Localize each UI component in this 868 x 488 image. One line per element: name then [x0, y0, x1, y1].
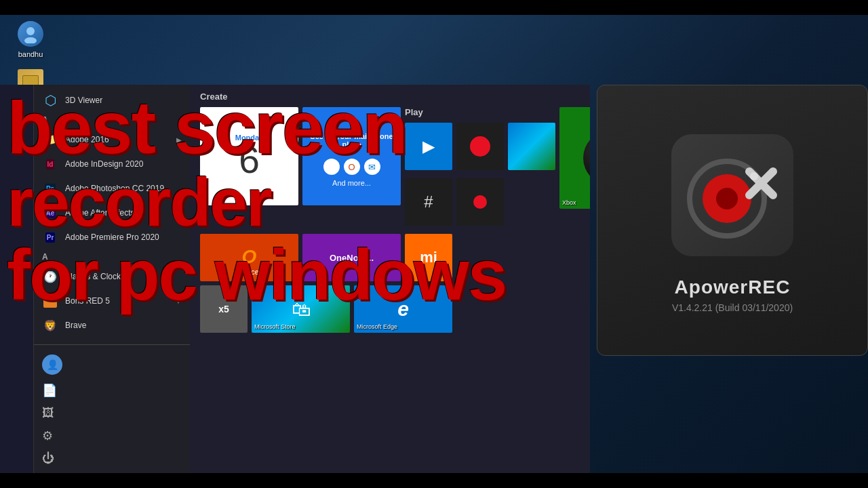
- app-name-3d-viewer: 3D Viewer: [65, 96, 102, 105]
- mail-icons: G O ✉: [323, 159, 380, 175]
- play-column: Play ▶: [405, 107, 555, 230]
- app-item-indesign[interactable]: Id Adobe InDesign 2020: [34, 152, 190, 176]
- calc-icon: #: [424, 192, 433, 211]
- ae-icon: Ae: [42, 205, 58, 221]
- app-name-indesign: Adobe InDesign 2020: [65, 159, 143, 169]
- tile-ms-edge[interactable]: e Microsoft Edge: [354, 285, 452, 333]
- app-name-adobe-2016: Adobe 2016: [65, 135, 109, 144]
- svg-rect-3: [23, 76, 38, 85]
- onenote-label: OneNote...: [330, 253, 374, 263]
- tile-xiaomi[interactable]: mi: [405, 234, 452, 281]
- 3d-viewer-icon: ⬡: [42, 92, 58, 108]
- start-menu: ☰ # ⬡ 3D Viewer A 📁 Adobe 2016 ▶ I: [0, 85, 590, 478]
- mail-subtitle: And more...: [332, 179, 371, 187]
- tile-calendar[interactable]: Monday 6: [200, 107, 298, 205]
- alarms-icon: 🕐: [42, 268, 58, 285]
- app-name-brave: Brave: [65, 321, 86, 330]
- photos-item[interactable]: 🖼: [34, 402, 190, 424]
- tile-photos[interactable]: [508, 123, 555, 170]
- section-header-a: A: [34, 113, 190, 127]
- app-item-brave[interactable]: 🦁 Brave: [34, 313, 190, 338]
- xbox-label: Xbox: [562, 199, 576, 206]
- tile-record[interactable]: [456, 123, 504, 170]
- office-label: Office: [239, 268, 259, 276]
- play-row-1: ▶: [405, 123, 555, 170]
- app-name-alarms: Alarms & Clock: [65, 272, 121, 281]
- apowerrec-logo-bg: [671, 134, 793, 256]
- svg-point-0: [26, 27, 35, 35]
- office-logo: O: [242, 246, 257, 268]
- brave-icon: 🦁: [42, 317, 58, 333]
- section-header-a2: A: [34, 249, 190, 264]
- power-item[interactable]: ⏻: [34, 447, 190, 470]
- user-account-item[interactable]: 👤: [34, 350, 190, 379]
- hash-icon[interactable]: #: [5, 129, 29, 154]
- tile-office[interactable]: O Office: [200, 234, 298, 281]
- svg-point-1: [24, 37, 37, 43]
- mail-title: See all your mail in one place: [302, 125, 401, 155]
- tile-xbox[interactable]: X Xbox: [559, 107, 590, 209]
- desktop-icon-bandhu[interactable]: bandhu: [7, 20, 54, 58]
- tile-row-1: Monday 6 See all your mail in one place …: [200, 107, 580, 230]
- tiles-area: Create Monday 6 See all your mail in one…: [190, 85, 590, 478]
- mi-logo: mi: [420, 249, 437, 266]
- expand-arrow-2016: ▶: [176, 136, 182, 144]
- create-section-label: Create: [200, 92, 580, 102]
- bandhu-label: bandhu: [18, 50, 43, 58]
- indesign-icon: Id: [42, 156, 58, 172]
- app-name-premiere: Adobe Premiere Pro 2020: [65, 232, 159, 242]
- store-bag-icon: 🛍: [292, 298, 311, 321]
- user-avatar: 👤: [42, 354, 62, 375]
- xbox-ball: X: [583, 131, 590, 185]
- start-sidebar: ☰ #: [0, 85, 34, 478]
- apowerrec-panel: ApowerREC V1.4.2.21 (Build 03/11/2020): [597, 85, 868, 356]
- tile-row-2: O Office OneNote... mi: [200, 234, 580, 281]
- apowerrec-version: V1.4.2.21 (Build 03/11/2020): [672, 302, 793, 313]
- settings-item[interactable]: ⚙: [34, 424, 190, 447]
- tile-orange-dot[interactable]: [456, 178, 504, 226]
- app-item-boris[interactable]: Boris RED 5 ▼: [34, 289, 190, 313]
- edge-label: Microsoft Edge: [357, 323, 397, 330]
- svg-point-8: [716, 188, 738, 209]
- play-section-label: Play: [405, 107, 555, 117]
- tile-ms-store[interactable]: 🛍 Microsoft Store: [252, 285, 350, 333]
- tile-mail[interactable]: See all your mail in one place G O ✉ And…: [302, 107, 401, 205]
- app-name-ae: Adobe After Effects: [65, 208, 135, 218]
- expand-arrow-boris: ▼: [175, 298, 182, 305]
- app-item-premiere[interactable]: Pr Adobe Premiere Pro 2020: [34, 225, 190, 249]
- photoshop-icon: Ps: [42, 180, 58, 197]
- letterbox-bottom: [0, 473, 868, 488]
- tile-play-media[interactable]: ▶: [405, 123, 452, 170]
- calendar-date: 6: [239, 142, 260, 179]
- app-list: ⬡ 3D Viewer A 📁 Adobe 2016 ▶ Id Adobe In…: [34, 85, 190, 478]
- folder-icon-2016: 📁: [42, 131, 58, 148]
- record-circle: [470, 136, 490, 157]
- app-name-boris: Boris RED 5: [65, 296, 110, 306]
- tile-x5[interactable]: x5: [200, 285, 248, 333]
- apowerrec-name: ApowerREC: [675, 277, 791, 298]
- tile-onenote[interactable]: OneNote...: [302, 234, 401, 281]
- edge-icon: e: [397, 298, 409, 321]
- apowerrec-logo-container: [665, 127, 800, 263]
- play-row-2: #: [405, 178, 555, 226]
- premiere-icon: Pr: [42, 229, 58, 245]
- boris-icon: [42, 293, 58, 309]
- hamburger-icon[interactable]: ☰: [5, 92, 29, 116]
- app-item-photoshop[interactable]: Ps Adobe Photoshop CC 2019: [34, 176, 190, 201]
- app-name-photoshop: Adobe Photoshop CC 2019: [65, 184, 164, 193]
- documents-item[interactable]: 📄: [34, 379, 190, 402]
- tile-row-3: x5 🛍 Microsoft Store e Microsoft Edge: [200, 285, 580, 333]
- app-item-adobe-ae[interactable]: Ae Adobe After Effects: [34, 201, 190, 225]
- svg-point-11: [750, 172, 758, 180]
- desktop: bandhu Screen Record ☰ #: [0, 0, 868, 488]
- store-label: Microsoft Store: [254, 323, 296, 330]
- letterbox-top: [0, 0, 868, 15]
- apowerrec-logo-svg: [678, 141, 787, 249]
- app-item-alarms[interactable]: 🕐 Alarms & Clock: [34, 264, 190, 289]
- app-item-adobe-2016[interactable]: 📁 Adobe 2016 ▶: [34, 127, 190, 152]
- x5-label: x5: [218, 304, 229, 314]
- tile-calculator[interactable]: #: [405, 178, 452, 226]
- app-item-3d-viewer[interactable]: ⬡ 3D Viewer: [34, 88, 190, 113]
